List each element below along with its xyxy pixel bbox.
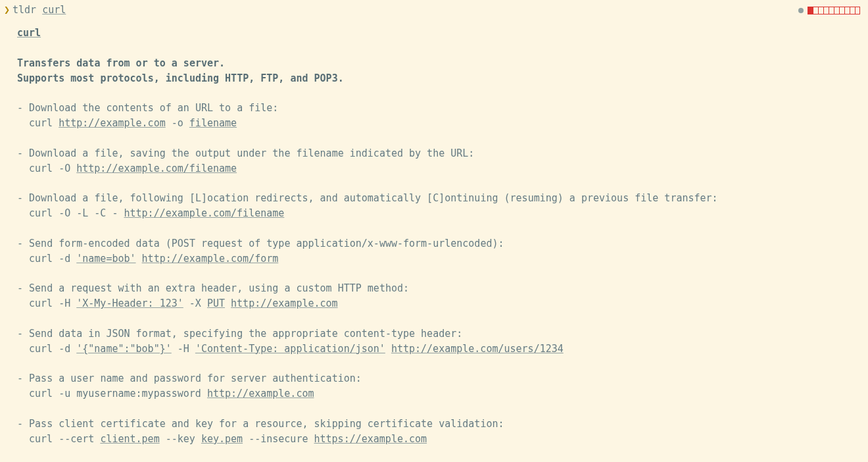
cmd-placeholder: filename: [189, 117, 237, 129]
example-item: Send a request with an extra header, usi…: [17, 281, 868, 312]
example-description: Send a request with an extra header, usi…: [17, 281, 868, 296]
example-item: Download a file, following [L]ocation re…: [17, 191, 868, 222]
cmd-text: curl -O: [29, 163, 76, 174]
cmd-text: curl: [29, 117, 59, 129]
status-cell: [829, 7, 834, 14]
status-dot-icon: [798, 8, 804, 13]
cmd-placeholder: key.pem: [201, 433, 243, 445]
example-command: curl -H 'X-My-Header: 123' -X PUT http:/…: [17, 296, 868, 311]
prompt-arg-text: curl: [42, 4, 66, 16]
cmd-placeholder: '{"name":"bob"}': [76, 343, 172, 355]
cmd-placeholder: 'X-My-Header: 123': [76, 297, 183, 309]
status-cell: [844, 7, 850, 14]
example-command: curl -d 'name=bob' http://example.com/fo…: [17, 251, 868, 267]
status-cell: [823, 7, 829, 14]
status-cell: [855, 7, 860, 14]
cmd-placeholder: 'name=bob': [76, 253, 135, 265]
status-cell: [850, 7, 855, 14]
example-item: Send form-encoded data (POST request of …: [17, 236, 868, 267]
example-item: Download the contents of an URL to a fil…: [17, 101, 868, 132]
example-command: curl --cert client.pem --key key.pem --i…: [17, 432, 868, 447]
cmd-placeholder: http://example.com/filename: [124, 207, 285, 219]
example-item: Pass client certificate and key for a re…: [17, 417, 868, 448]
cmd-text: [385, 343, 391, 355]
cmd-placeholder: http://example.com/form: [142, 253, 279, 265]
status-cell: [808, 7, 813, 14]
cmd-placeholder: 'Content-Type: application/json': [195, 343, 385, 355]
example-command: curl -O -L -C - http://example.com/filen…: [17, 206, 868, 221]
example-item: Send data in JSON format, specifying the…: [17, 326, 868, 357]
page-title: curl: [17, 26, 41, 41]
prompt-symbol: ❯: [4, 3, 10, 18]
example-command: curl -d '{"name":"bob"}' -H 'Content-Typ…: [17, 342, 868, 357]
cmd-text: [225, 297, 231, 309]
cmd-placeholder: PUT: [207, 297, 225, 309]
status-cell: [813, 7, 818, 14]
status-cell: [839, 7, 844, 14]
example-item: Pass a user name and password for server…: [17, 371, 868, 402]
cmd-text: --insecure: [243, 433, 314, 445]
example-description: Download the contents of an URL to a fil…: [17, 101, 868, 116]
cmd-text: --key: [160, 433, 201, 445]
cmd-placeholder: http://example.com/filename: [76, 163, 237, 174]
prompt-cmd-text: tldr: [12, 4, 36, 16]
status-cells: [808, 7, 860, 14]
example-description: Pass a user name and password for server…: [17, 371, 868, 386]
example-item: Download a file, saving the output under…: [17, 146, 868, 177]
cmd-placeholder: client.pem: [100, 433, 159, 445]
example-description: Send form-encoded data (POST request of …: [17, 236, 868, 251]
cmd-placeholder: https://example.com: [314, 433, 427, 445]
page-summary: Transfers data from or to a server. Supp…: [17, 56, 868, 87]
example-description: Download a file, following [L]ocation re…: [17, 191, 868, 206]
cmd-placeholder: http://example.com: [59, 117, 166, 129]
example-command: curl http://example.com -o filename: [17, 116, 868, 131]
cmd-placeholder: http://example.com/users/1234: [391, 343, 564, 355]
cmd-text: [136, 253, 142, 265]
cmd-text: -H: [172, 343, 195, 355]
cmd-text: curl -H: [29, 297, 76, 309]
cmd-placeholder: http://example.com: [207, 388, 314, 399]
cmd-text: curl -O -L -C -: [29, 207, 124, 219]
tldr-output: curl Transfers data from or to a server.…: [0, 18, 868, 447]
cmd-text: curl --cert: [29, 433, 100, 445]
terminal[interactable]: ❯ tldr curl curl Transfers data from or …: [0, 3, 868, 462]
cmd-text: curl -u myusername:mypassword: [29, 388, 207, 399]
cmd-text: -X: [183, 297, 207, 309]
cmd-text: -o: [166, 117, 189, 129]
status-indicator: [798, 7, 860, 14]
prompt-line: ❯ tldr curl: [0, 3, 868, 18]
cmd-text: curl -d: [29, 253, 76, 265]
prompt-command: tldr curl: [12, 3, 66, 18]
cmd-placeholder: http://example.com: [231, 297, 338, 309]
status-cell: [818, 7, 823, 14]
cmd-text: curl -d: [29, 343, 76, 355]
examples-list: Download the contents of an URL to a fil…: [17, 101, 868, 447]
example-description: Pass client certificate and key for a re…: [17, 417, 868, 432]
example-command: curl -u myusername:mypassword http://exa…: [17, 386, 868, 401]
example-command: curl -O http://example.com/filename: [17, 161, 868, 176]
example-description: Download a file, saving the output under…: [17, 146, 868, 161]
status-cell: [834, 7, 839, 14]
example-description: Send data in JSON format, specifying the…: [17, 326, 868, 342]
